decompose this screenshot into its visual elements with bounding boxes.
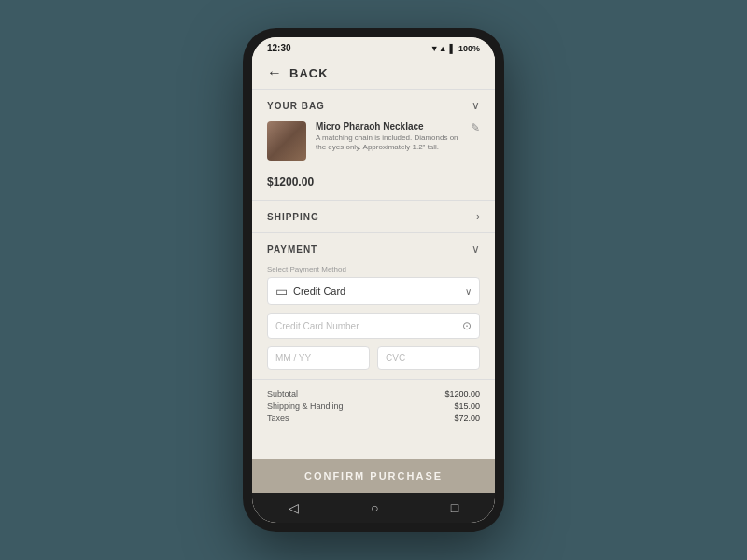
main-content: YOUR BAG ∨ Micro Pharaoh Necklace A matc… [252, 90, 495, 493]
signal-icon: ▼▲ [430, 44, 447, 53]
select-chevron-icon: ∨ [465, 287, 472, 297]
recent-nav-icon[interactable]: □ [451, 500, 458, 515]
nav-bar: ◁ ○ □ [252, 493, 495, 523]
shipping-chevron-icon: › [476, 210, 480, 223]
status-icons: ▼▲ ▌ 100% [430, 44, 480, 53]
status-bar: 12:30 ▼▲ ▌ 100% [252, 37, 495, 57]
item-image [267, 121, 306, 161]
time: 12:30 [267, 43, 291, 53]
confirm-purchase-button[interactable]: CONFIRM PURCHASE [252, 459, 495, 493]
page-title: BACK [289, 66, 329, 80]
back-nav-icon[interactable]: ◁ [289, 500, 299, 515]
taxes-label: Taxes [267, 413, 289, 423]
subtotal-row: Subtotal $1200.00 [267, 389, 480, 399]
back-button[interactable]: ← [267, 64, 282, 81]
item-name: Micro Pharaoh Necklace [316, 121, 461, 132]
expiry-field[interactable]: MM / YY [267, 346, 370, 370]
subtotal-value: $1200.00 [444, 389, 480, 399]
subtotal-label: Subtotal [267, 389, 298, 399]
item-description: A matching chain is included. Diamonds o… [316, 133, 461, 153]
shipping-handling-label: Shipping & Handling [267, 401, 344, 411]
card-number-placeholder: Credit Card Number [275, 321, 462, 331]
payment-method-label: Select Payment Method [267, 265, 480, 273]
shipping-section-header[interactable]: SHIPPING › [252, 201, 495, 232]
battery-icon: ▌ [450, 44, 456, 53]
payment-chevron-icon: ∨ [472, 243, 480, 256]
card-number-field[interactable]: Credit Card Number ⊙ [267, 313, 480, 339]
item-image-inner [267, 121, 306, 161]
bag-chevron-icon: ∨ [472, 99, 480, 112]
header: ← BACK [252, 57, 495, 90]
bag-item: Micro Pharaoh Necklace A matching chain … [252, 121, 495, 172]
payment-section-header[interactable]: PAYMENT ∨ [252, 233, 495, 265]
payment-label: PAYMENT [267, 245, 317, 255]
shipping-label: SHIPPING [267, 212, 319, 222]
screen-content: ← BACK YOUR BAG ∨ Micro Pharaoh Ne [252, 57, 495, 493]
bag-section: YOUR BAG ∨ Micro Pharaoh Necklace A matc… [252, 90, 495, 201]
item-details: Micro Pharaoh Necklace A matching chain … [316, 121, 461, 153]
selected-payment-method: Credit Card [293, 286, 459, 297]
bag-label: YOUR BAG [267, 101, 325, 111]
shipping-row: Shipping & Handling $15.00 [267, 401, 480, 411]
edit-icon[interactable]: ✎ [471, 121, 480, 134]
camera-icon[interactable]: ⊙ [462, 319, 472, 332]
shipping-value: $15.00 [454, 401, 480, 411]
card-details-row: MM / YY CVC [267, 346, 480, 370]
phone-frame: 12:30 ▼▲ ▌ 100% ← BACK YOUR BAG ∨ [243, 28, 504, 532]
shipping-section: SHIPPING › [252, 201, 495, 233]
payment-content: Select Payment Method ▭ Credit Card ∨ Cr… [252, 265, 495, 379]
cvc-field[interactable]: CVC [377, 346, 480, 370]
taxes-value: $72.00 [454, 413, 480, 423]
payment-method-select[interactable]: ▭ Credit Card ∨ [267, 277, 480, 305]
phone-screen: 12:30 ▼▲ ▌ 100% ← BACK YOUR BAG ∨ [252, 37, 495, 523]
item-price: $1200.00 [252, 172, 495, 200]
home-nav-icon[interactable]: ○ [371, 500, 378, 515]
credit-card-icon: ▭ [275, 284, 288, 299]
totals-section: Subtotal $1200.00 Shipping & Handling $1… [252, 380, 495, 431]
payment-section: PAYMENT ∨ Select Payment Method ▭ Credit… [252, 233, 495, 380]
battery-level: 100% [458, 44, 480, 53]
taxes-row: Taxes $72.00 [267, 413, 480, 423]
bag-section-header[interactable]: YOUR BAG ∨ [252, 90, 495, 121]
